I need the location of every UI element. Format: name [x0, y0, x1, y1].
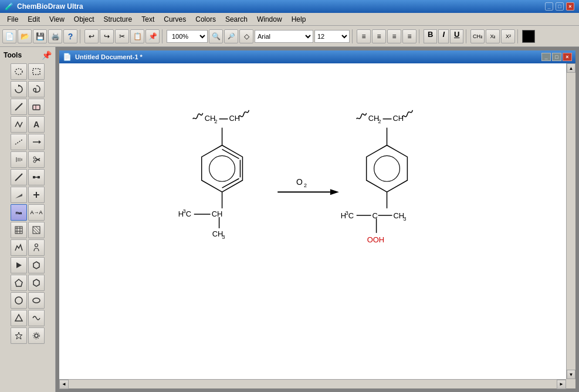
superscript-button[interactable]: X²	[501, 29, 515, 43]
svg-text:3: 3	[222, 234, 225, 240]
sep5	[466, 29, 468, 43]
align-center-button[interactable]: ≡	[372, 29, 386, 43]
zoom-out-button[interactable]: 🔎	[224, 29, 238, 43]
tools-row-15	[1, 310, 54, 326]
menu-colors[interactable]: Colors	[191, 14, 221, 25]
hatch2-tool[interactable]	[28, 222, 45, 238]
svg-point-39	[33, 298, 40, 303]
open-button[interactable]: 📂	[18, 29, 32, 43]
hexagon-small-tool[interactable]	[28, 257, 45, 273]
close-button[interactable]: ×	[566, 2, 574, 11]
paste-button[interactable]: 📌	[145, 29, 160, 43]
svg-text:CH: CH	[368, 114, 380, 123]
minimize-button[interactable]: _	[545, 2, 553, 11]
menu-text[interactable]: Text	[137, 14, 159, 25]
chain-tool[interactable]	[11, 116, 27, 133]
ellipse-tool[interactable]	[28, 292, 45, 309]
doc-titlebar: 📄 Untitled Document-1 * _ □ ×	[59, 50, 575, 63]
rotate-tool[interactable]	[11, 81, 27, 97]
doc-maximize-button[interactable]: □	[552, 53, 561, 61]
scroll-left-button[interactable]: ◄	[59, 380, 69, 389]
horizontal-scrollbar[interactable]: ◄ ►	[59, 379, 566, 388]
zoom-in-button[interactable]: 🔍	[209, 29, 223, 43]
copy-button[interactable]: 📋	[130, 29, 144, 43]
wedge-bond-tool[interactable]	[11, 187, 27, 203]
save-button[interactable]: 💾	[33, 29, 47, 43]
dashed-line-tool[interactable]	[11, 134, 27, 150]
grid-tool[interactable]	[11, 222, 27, 238]
menu-edit[interactable]: Edit	[23, 14, 45, 25]
abbrev-tool[interactable]: n₁₂	[11, 204, 27, 221]
play-tool[interactable]	[11, 257, 27, 273]
gear-tool[interactable]	[28, 327, 45, 344]
menu-search[interactable]: Search	[221, 14, 252, 25]
tools-row-6	[1, 151, 54, 168]
font-select[interactable]: Arial Times New Roman	[255, 30, 313, 43]
svg-marker-71	[367, 145, 408, 192]
hatch-tool[interactable]	[11, 151, 27, 168]
tools-row-12	[1, 257, 54, 273]
wave-tool[interactable]	[28, 310, 45, 326]
tools-row-10	[1, 222, 54, 238]
star-tool[interactable]	[11, 327, 27, 344]
align-left-button[interactable]: ≡	[357, 29, 371, 43]
subscript-button[interactable]: X₂	[486, 29, 500, 43]
pentagon-tool[interactable]	[11, 275, 27, 291]
lasso-tool[interactable]	[28, 81, 45, 97]
menu-curves[interactable]: Curves	[159, 14, 191, 25]
maximize-button[interactable]: □	[556, 2, 564, 11]
undo-button[interactable]: ↩	[84, 29, 99, 43]
menu-file[interactable]: File	[2, 14, 23, 25]
doc-close-button[interactable]: ×	[563, 53, 572, 61]
mountain-tool[interactable]	[11, 239, 27, 256]
oval-select-tool[interactable]	[11, 63, 27, 80]
main-area: Tools 📌	[0, 47, 579, 392]
svg-line-17	[15, 174, 22, 181]
cut-button[interactable]: ✂	[115, 29, 129, 43]
shape-button[interactable]: ◇	[239, 29, 253, 43]
italic-button[interactable]: I	[438, 29, 449, 43]
help-button[interactable]: ?	[63, 29, 77, 43]
bold-button[interactable]: B	[424, 29, 437, 43]
node-tool[interactable]	[28, 169, 45, 185]
color-swatch[interactable]	[522, 30, 535, 43]
fontsize-select[interactable]: 12 10 14	[314, 30, 350, 43]
hexagon-tool[interactable]	[28, 275, 45, 291]
eraser-tool[interactable]	[28, 99, 45, 115]
template-plus-tool[interactable]	[28, 187, 45, 203]
new-button[interactable]: 📄	[2, 29, 16, 43]
menu-window[interactable]: Window	[252, 14, 287, 25]
scroll-up-button[interactable]: ▲	[567, 63, 575, 73]
svg-marker-35	[33, 262, 39, 269]
line-tool[interactable]	[11, 99, 27, 115]
menu-view[interactable]: View	[45, 14, 69, 25]
svg-point-38	[15, 297, 22, 304]
person-tool[interactable]	[28, 239, 45, 256]
justify-button[interactable]: ≡	[402, 29, 417, 43]
redo-button[interactable]: ↪	[100, 29, 114, 43]
rect-select-tool[interactable]	[28, 63, 45, 80]
zoom-select[interactable]: 100% 50% 75% 150% 200%	[167, 30, 208, 43]
arrow-tool[interactable]	[28, 134, 45, 150]
single-bond-tool[interactable]	[11, 169, 27, 185]
font-size-tool[interactable]: A→A	[28, 204, 45, 221]
svg-text:C: C	[348, 211, 354, 220]
circle-tool[interactable]	[11, 292, 27, 309]
text-tool[interactable]: A	[28, 116, 45, 133]
scroll-right-button[interactable]: ►	[557, 380, 566, 389]
menu-object[interactable]: Object	[69, 14, 99, 25]
doc-minimize-button[interactable]: _	[541, 53, 551, 61]
underline-button[interactable]: U	[450, 29, 463, 43]
menu-help[interactable]: Help	[287, 14, 311, 25]
triangle-tool[interactable]	[11, 310, 27, 326]
menu-bar: File Edit View Object Structure Text Cur…	[0, 13, 579, 26]
scissors-tool[interactable]	[28, 151, 45, 168]
vertical-scrollbar[interactable]: ▲ ▼	[566, 63, 575, 379]
scroll-down-button[interactable]: ▼	[567, 370, 575, 379]
print-button[interactable]: 🖨️	[48, 29, 62, 43]
methyl-button[interactable]: CH₂	[470, 29, 485, 43]
app-title: ChemBioDraw Ultra	[17, 2, 83, 11]
menu-structure[interactable]: Structure	[99, 14, 137, 25]
tools-pin[interactable]: 📌	[42, 50, 52, 60]
align-right-button[interactable]: ≡	[387, 29, 401, 43]
